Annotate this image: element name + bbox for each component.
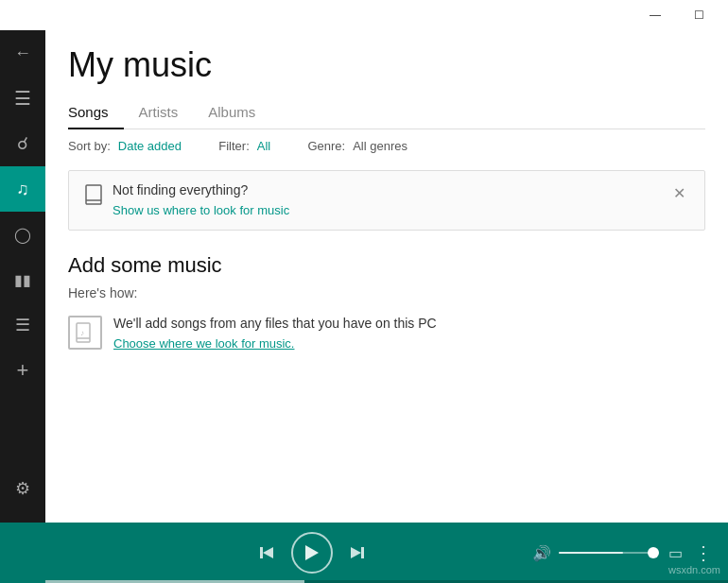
svg-marker-8 bbox=[351, 547, 361, 558]
tabs-bar: Songs Artists Albums bbox=[68, 96, 705, 129]
svg-marker-5 bbox=[260, 547, 263, 558]
svg-marker-9 bbox=[361, 547, 364, 558]
banner-close-button[interactable]: ✕ bbox=[669, 182, 689, 204]
tab-songs[interactable]: Songs bbox=[68, 96, 124, 129]
tab-artists[interactable]: Artists bbox=[139, 96, 194, 129]
main-content: Add some music Here's how: ♪ We'll add s… bbox=[45, 238, 728, 523]
sidebar-item-menu[interactable]: ☰ bbox=[0, 76, 45, 121]
add-music-item-desc: We'll add songs from any files that you … bbox=[113, 316, 437, 331]
choose-location-link[interactable]: Choose where we look for music. bbox=[113, 336, 294, 351]
banner-content: Not finding everything? Show us where to… bbox=[84, 182, 289, 218]
previous-button[interactable] bbox=[257, 543, 276, 562]
sidebar-item-settings[interactable]: ⚙ bbox=[0, 466, 45, 511]
svg-text:♪: ♪ bbox=[80, 329, 84, 337]
volume-fill bbox=[559, 552, 623, 554]
svg-marker-6 bbox=[263, 547, 273, 558]
sidebar-item-playlist[interactable]: ☰ bbox=[0, 302, 45, 348]
next-button[interactable] bbox=[348, 543, 367, 562]
more-icon[interactable]: ⋮ bbox=[694, 541, 713, 564]
not-finding-banner: Not finding everything? Show us where to… bbox=[68, 170, 705, 231]
filter-bar: Sort by: Date added Filter: All Genre: A… bbox=[45, 129, 728, 163]
svg-marker-7 bbox=[305, 545, 319, 560]
sidebar-item-search[interactable]: ☌ bbox=[0, 121, 45, 166]
volume-track bbox=[559, 552, 653, 554]
screen-icon[interactable]: ▭ bbox=[668, 544, 683, 562]
banner-title: Not finding everything? bbox=[113, 182, 289, 197]
maximize-button[interactable]: ☐ bbox=[677, 0, 720, 30]
player-right-controls: 🔊 ▭ ⋮ bbox=[532, 541, 713, 564]
add-music-subtitle: Here's how: bbox=[68, 285, 705, 300]
music-file-icon: ♪ bbox=[68, 316, 102, 350]
genre-label: Genre: bbox=[307, 139, 345, 153]
genre-value: All genres bbox=[353, 139, 407, 153]
sidebar-item-back[interactable]: ← bbox=[0, 30, 45, 76]
tablet-icon bbox=[84, 184, 103, 210]
content-area: My music Songs Artists Albums Sort by: D… bbox=[45, 30, 728, 523]
volume-thumb bbox=[648, 547, 659, 558]
page-title: My music bbox=[68, 45, 705, 85]
volume-slider[interactable] bbox=[559, 552, 653, 554]
sidebar: ← ☰ ☌ ♫ ◯ ▮▮ ☰ + ⚙ bbox=[0, 30, 45, 523]
svg-rect-0 bbox=[86, 185, 101, 204]
play-button[interactable] bbox=[291, 532, 333, 574]
add-music-item: ♪ We'll add songs from any files that yo… bbox=[68, 316, 705, 352]
minimize-button[interactable]: — bbox=[633, 0, 677, 30]
sidebar-item-music[interactable]: ♫ bbox=[0, 166, 45, 212]
banner-link[interactable]: Show us where to look for music bbox=[113, 203, 289, 217]
add-music-title: Add some music bbox=[68, 253, 705, 278]
player-bar: 🔊 ▭ ⋮ bbox=[0, 523, 728, 583]
filter-label bbox=[197, 139, 203, 153]
banner-text: Not finding everything? Show us where to… bbox=[113, 182, 289, 218]
genre-separator bbox=[286, 139, 292, 153]
sort-label: Sort by: bbox=[68, 139, 111, 153]
sidebar-item-add[interactable]: + bbox=[0, 348, 45, 393]
sort-value[interactable]: Date added bbox=[118, 139, 182, 153]
app-body: ← ☰ ☌ ♫ ◯ ▮▮ ☰ + ⚙ My music Songs Artist… bbox=[0, 30, 728, 523]
filter-label-text: Filter: bbox=[218, 139, 250, 153]
title-bar: — ☐ bbox=[0, 0, 728, 30]
volume-icon: 🔊 bbox=[532, 544, 551, 562]
page-header: My music Songs Artists Albums bbox=[45, 30, 728, 129]
sidebar-item-recent[interactable]: ◯ bbox=[0, 212, 45, 257]
sidebar-bottom: ⚙ bbox=[0, 466, 45, 523]
sidebar-item-charts[interactable]: ▮▮ bbox=[0, 257, 45, 302]
filter-value[interactable]: All bbox=[257, 139, 270, 153]
player-controls bbox=[91, 532, 532, 574]
add-music-item-text: We'll add songs from any files that you … bbox=[113, 316, 437, 352]
tab-albums[interactable]: Albums bbox=[208, 96, 270, 129]
